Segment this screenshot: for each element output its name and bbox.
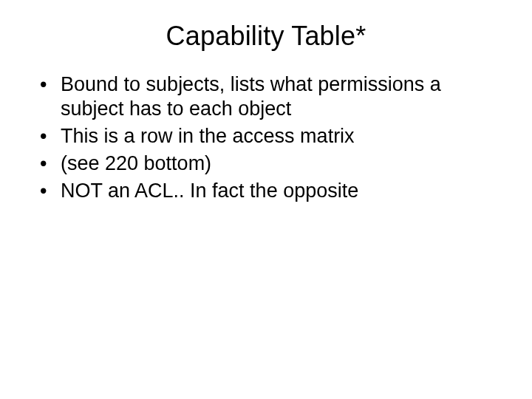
list-item: (see 220 bottom) [34,151,502,176]
list-item: This is a row in the access matrix [34,124,502,149]
bullet-list: Bound to subjects, lists what permission… [30,72,502,203]
slide-title: Capability Table* [30,21,502,52]
list-item: Bound to subjects, lists what permission… [34,72,502,121]
list-item: NOT an ACL.. In fact the opposite [34,179,502,203]
slide: Capability Table* Bound to subjects, lis… [0,0,532,399]
